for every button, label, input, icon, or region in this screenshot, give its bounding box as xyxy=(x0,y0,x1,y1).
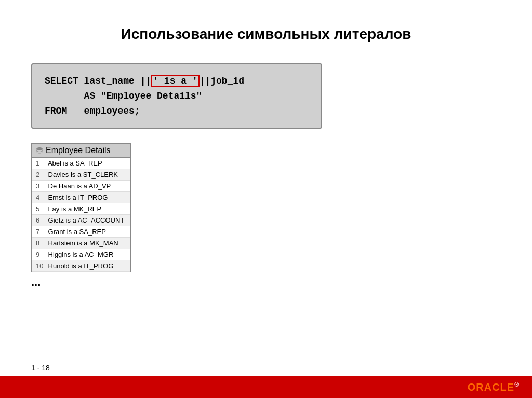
table-row: 6 Gietz is a AC_ACCOUNT xyxy=(32,215,130,226)
table-cell: 3 De Haan is a AD_VP xyxy=(32,181,130,192)
row-number: 5 xyxy=(36,205,46,213)
row-number: 8 xyxy=(36,239,46,247)
table-cell: 4 Ernst is a IT_PROG xyxy=(32,192,130,203)
table-cell: 5 Fay is a MK_REP xyxy=(32,203,130,215)
table-row: 10 Hunold is a IT_PROG xyxy=(32,260,130,272)
table-row: 3 De Haan is a AD_VP xyxy=(32,181,130,192)
table-cell: 8 Hartstein is a MK_MAN xyxy=(32,238,130,249)
row-number: 3 xyxy=(36,182,46,190)
literal-highlight: ' is a ' xyxy=(151,75,199,87)
table-row: 4 Ernst is a IT_PROG xyxy=(32,192,130,203)
table-row: 2 Davies is a ST_CLERK xyxy=(32,169,130,181)
code-line-3: FROM employees; xyxy=(45,104,309,119)
result-table-container: Employee Details 1 Abel is a SA_REP2 Dav… xyxy=(31,143,131,272)
table-row: 1 Abel is a SA_REP xyxy=(32,158,130,169)
table-cell: 2 Davies is a ST_CLERK xyxy=(32,169,130,181)
row-number: 7 xyxy=(36,228,46,236)
svg-point-0 xyxy=(37,148,42,150)
row-number: 10 xyxy=(36,262,46,270)
table-cell: 9 Higgins is a AC_MGR xyxy=(32,249,130,260)
column-header-label: Employee Details xyxy=(46,146,111,155)
row-number: 4 xyxy=(36,194,46,201)
table-row: 8 Hartstein is a MK_MAN xyxy=(32,238,130,249)
more-rows-indicator: ... xyxy=(31,276,501,289)
slide-number: 1 - 18 xyxy=(31,364,50,372)
code-line-2: AS "Employee Details" xyxy=(45,89,309,104)
table-cell: 7 Grant is a SA_REP xyxy=(32,226,130,238)
sql-code-block: SELECT last_name ||' is a '||job_id AS "… xyxy=(31,63,322,129)
table-cell: 10 Hunold is a IT_PROG xyxy=(32,260,130,272)
oracle-logo-text: ORACLE xyxy=(468,381,514,393)
table-cell: 1 Abel is a SA_REP xyxy=(32,158,130,169)
result-table: 1 Abel is a SA_REP2 Davies is a ST_CLERK… xyxy=(32,158,130,272)
table-row: 7 Grant is a SA_REP xyxy=(32,226,130,238)
table-header: Employee Details xyxy=(32,144,130,158)
footer-bar: ORACLE® xyxy=(0,376,532,398)
code-line-1: SELECT last_name ||' is a '||job_id xyxy=(45,74,309,89)
row-number: 2 xyxy=(36,171,46,179)
db-icon xyxy=(36,147,43,154)
oracle-registered-symbol: ® xyxy=(514,381,520,388)
row-number: 6 xyxy=(36,216,46,224)
row-number: 1 xyxy=(36,159,46,167)
oracle-logo: ORACLE® xyxy=(468,381,520,393)
row-number: 9 xyxy=(36,251,46,258)
table-cell: 6 Gietz is a AC_ACCOUNT xyxy=(32,215,130,226)
table-row: 9 Higgins is a AC_MGR xyxy=(32,249,130,260)
slide-title: Использование символьных литералов xyxy=(31,16,501,43)
table-row: 5 Fay is a MK_REP xyxy=(32,203,130,215)
